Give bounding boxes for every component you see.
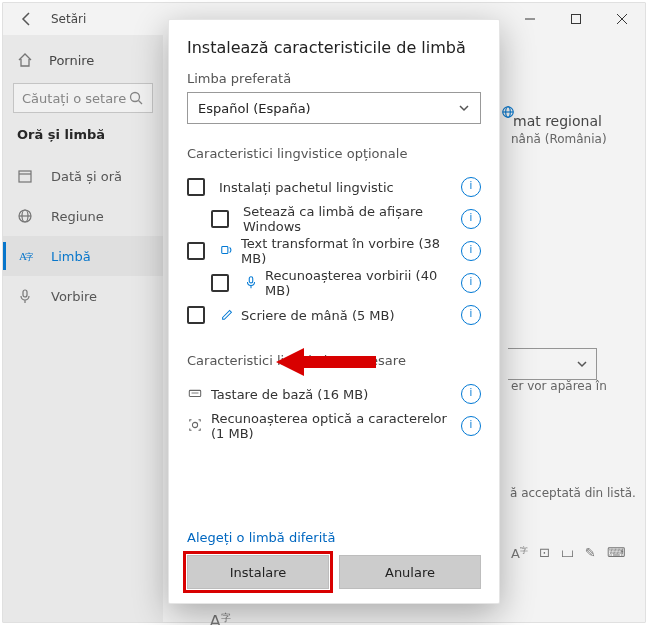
svg-rect-16 xyxy=(249,276,253,282)
preferred-language-value: Español (España) xyxy=(198,101,311,116)
cancel-button-label: Anulare xyxy=(385,565,435,580)
cancel-button[interactable]: Anulare xyxy=(339,555,481,589)
feature-label: Setează ca limbă de afișare Windows xyxy=(243,204,461,234)
feature-basic-typing: Tastare de bază (16 MB) i xyxy=(187,378,481,410)
feature-label: Text transformat în vorbire (38 MB) xyxy=(241,236,461,266)
dialog-title: Instalează caracteristicile de limbă xyxy=(187,38,481,57)
checkbox[interactable] xyxy=(187,306,205,324)
info-icon[interactable]: i xyxy=(461,177,481,197)
feature-install-pack: Instalați pachetul lingvistic i xyxy=(187,171,481,203)
checkbox[interactable] xyxy=(187,178,205,196)
feature-label: Recunoașterea vorbirii (40 MB) xyxy=(265,268,461,298)
preferred-language-dropdown[interactable]: Español (España) xyxy=(187,92,481,124)
handwriting-icon xyxy=(219,307,235,324)
keyboard-icon xyxy=(187,386,203,403)
svg-rect-15 xyxy=(222,246,228,253)
install-button-label: Instalare xyxy=(230,565,287,580)
feature-speech-recognition: Recunoașterea vorbirii (40 MB) i xyxy=(187,267,481,299)
feature-text-to-speech: Text transformat în vorbire (38 MB) i xyxy=(187,235,481,267)
checkbox[interactable] xyxy=(211,210,229,228)
feature-label: Instalați pachetul lingvistic xyxy=(219,180,461,195)
microphone-icon xyxy=(243,275,259,292)
ocr-icon xyxy=(187,418,203,435)
feature-label: Scriere de mână (5 MB) xyxy=(241,308,461,323)
preferred-language-label: Limba preferată xyxy=(187,71,481,86)
info-icon[interactable]: i xyxy=(461,209,481,229)
feature-set-display-language: Setează ca limbă de afișare Windows i xyxy=(187,203,481,235)
chevron-down-icon xyxy=(458,102,470,114)
feature-label: Recunoașterea optică a caracterelor (1 M… xyxy=(211,411,461,441)
info-icon[interactable]: i xyxy=(461,273,481,293)
checkbox[interactable] xyxy=(187,242,205,260)
required-features-title: Caracteristici lingvistice necesare xyxy=(187,353,481,368)
info-icon[interactable]: i xyxy=(461,416,481,436)
choose-different-language-link[interactable]: Alegeți o limbă diferită xyxy=(187,530,481,545)
dialog-buttons: Instalare Anulare xyxy=(187,555,481,589)
info-icon[interactable]: i xyxy=(461,241,481,261)
feature-label: Tastare de bază (16 MB) xyxy=(211,387,461,402)
info-icon[interactable]: i xyxy=(461,384,481,404)
info-icon[interactable]: i xyxy=(461,305,481,325)
install-button[interactable]: Instalare xyxy=(187,555,329,589)
settings-window: Setări Pornire Căutați o setare Oră și l… xyxy=(2,2,646,623)
svg-point-19 xyxy=(192,422,197,427)
checkbox[interactable] xyxy=(211,274,229,292)
feature-ocr: Recunoașterea optică a caracterelor (1 M… xyxy=(187,410,481,442)
optional-features-title: Caracteristici lingvistice opționale xyxy=(187,146,481,161)
text-to-speech-icon xyxy=(219,243,235,260)
install-language-dialog: Instalează caracteristicile de limbă Lim… xyxy=(168,19,500,604)
feature-handwriting: Scriere de mână (5 MB) i xyxy=(187,299,481,331)
